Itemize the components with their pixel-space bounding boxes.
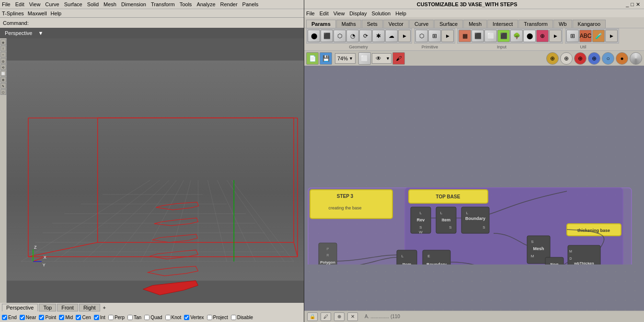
tool-input5[interactable]: 🌳 (510, 30, 523, 42)
tool-paint[interactable]: 🖌 (392, 52, 405, 65)
status-btn5[interactable]: ○ (602, 52, 614, 65)
gh-canvas[interactable]: STEP 3 creating the base TOP BASE BOTTOM… (304, 66, 644, 310)
tool-prim2[interactable]: ⊞ (428, 30, 441, 42)
tab-wb[interactable]: Wb (553, 20, 572, 28)
gh-menu-view[interactable]: View (334, 11, 345, 16)
tool-cloud[interactable]: ☁ (385, 30, 398, 42)
snap-tan[interactable] (127, 315, 133, 320)
tool-util-expand[interactable]: ▶ (605, 30, 618, 42)
tool-new[interactable]: 📄 (306, 52, 319, 65)
tool-btn-3[interactable]: ↔ (0, 52, 6, 58)
menu-analyze[interactable]: Analyze (196, 1, 215, 7)
canvas-btn3[interactable]: ⊕ (334, 312, 345, 321)
tool-input7[interactable]: ⊕ (536, 30, 549, 42)
viewport-3d[interactable]: X Z Y (7, 38, 304, 303)
snap-end[interactable] (2, 315, 7, 320)
tab-surface[interactable]: Surface (434, 20, 463, 28)
tool-btn-2[interactable]: ↕ (0, 46, 6, 51)
menu-dimension[interactable]: Dimension (121, 1, 146, 7)
menu-help[interactable]: Help (51, 11, 62, 16)
snap-int[interactable] (94, 315, 99, 320)
compass-btn[interactable] (630, 52, 642, 65)
close-btn[interactable]: ✕ (636, 1, 640, 8)
gh-menu-display[interactable]: Display (349, 11, 367, 16)
tool-btn-8[interactable]: ✎ (0, 83, 6, 89)
snap-knot[interactable] (165, 315, 171, 320)
snap-vertex[interactable] (184, 315, 189, 320)
gh-menu-edit[interactable]: Edit (320, 11, 329, 16)
tool-btn-9[interactable]: ⬡ (0, 89, 6, 95)
tool-eye[interactable]: 👁 (372, 52, 385, 65)
tool-input4[interactable]: ⬛ (497, 30, 510, 42)
tool-rect[interactable]: ⬛ (321, 30, 333, 42)
tool-poly[interactable]: ⬡ (334, 30, 346, 42)
menu-edit[interactable]: Edit (15, 1, 24, 7)
gh-menu-solution[interactable]: Solution (371, 11, 391, 16)
minimize-btn[interactable]: _ (626, 1, 629, 8)
tool-btn-4[interactable]: ◎ (0, 58, 6, 64)
tool-save[interactable]: 💾 (320, 52, 332, 65)
tab-front[interactable]: Front (57, 304, 78, 311)
tool-input1[interactable]: ▦ (459, 30, 471, 42)
snap-cen[interactable] (76, 315, 81, 320)
viewport-name[interactable]: Perspective (3, 30, 34, 36)
tab-params[interactable]: Params (306, 20, 336, 28)
canvas-btn-close[interactable]: ✕ (347, 312, 358, 321)
tab-vector[interactable]: Vector (383, 20, 409, 28)
gh-menu-help[interactable]: Help (395, 11, 406, 16)
snap-mid[interactable] (59, 315, 64, 320)
tool-input3[interactable]: ⬜ (484, 30, 497, 42)
eye-dropdown[interactable]: ▼ (385, 56, 391, 61)
viewport-dropdown-arrow[interactable]: ▼ (36, 30, 45, 36)
tab-mesh[interactable]: Mesh (463, 20, 487, 28)
maximize-btn[interactable]: □ (631, 1, 634, 8)
tool-btn-6[interactable]: ⬜ (0, 70, 6, 76)
tab-transform[interactable]: Transform (518, 20, 553, 28)
tool-frame[interactable]: ⬜ (358, 52, 371, 65)
menu-render[interactable]: Render (220, 1, 238, 7)
snap-near[interactable] (20, 315, 25, 320)
menu-view[interactable]: View (29, 1, 41, 7)
menu-maxwell[interactable]: Maxwell (28, 11, 47, 16)
gh-menu-file[interactable]: File (306, 11, 315, 16)
status-btn6[interactable]: ● (616, 52, 628, 65)
tool-expand[interactable]: ▶ (398, 30, 411, 42)
status-btn2[interactable]: ⊕ (560, 52, 573, 65)
tool-util2[interactable]: ABC (579, 30, 592, 42)
tab-perspective[interactable]: Perspective (2, 304, 38, 311)
tool-util1[interactable]: ⊞ (566, 30, 579, 42)
tool-star[interactable]: ✱ (372, 30, 385, 42)
tab-top[interactable]: Top (39, 304, 56, 311)
snap-disable[interactable] (231, 315, 236, 320)
snap-perp[interactable] (108, 315, 114, 320)
tool-input2[interactable]: ⬛ (472, 30, 484, 42)
tab-curve[interactable]: Curve (409, 20, 434, 28)
tool-arc[interactable]: ◔ (346, 30, 359, 42)
tool-util3[interactable]: 🧪 (592, 30, 605, 42)
tool-btn-7[interactable]: ⚙ (0, 77, 6, 82)
menu-surface[interactable]: Surface (64, 1, 82, 7)
menu-tools[interactable]: Tools (180, 1, 192, 7)
tool-prim1[interactable]: ⬡ (415, 30, 428, 42)
status-btn4[interactable]: ⊕ (588, 52, 600, 65)
tab-maths[interactable]: Maths (336, 20, 361, 28)
menu-tsplines[interactable]: T-Splines (2, 11, 24, 16)
menu-panels[interactable]: Panels (242, 1, 259, 7)
tool-btn-5[interactable]: ⟲ (0, 64, 6, 70)
tab-intersect[interactable]: Intersect (487, 20, 518, 28)
tool-spiral[interactable]: ⟳ (359, 30, 372, 42)
menu-mesh[interactable]: Mesh (104, 1, 116, 7)
menu-file[interactable]: File (2, 1, 11, 7)
tool-input6[interactable]: ⬤ (523, 30, 536, 42)
canvas-btn2[interactable]: 🖊 (321, 312, 331, 321)
zoom-dropdown[interactable]: ▼ (349, 56, 353, 61)
tab-kangaroo[interactable]: Kangaroo (573, 20, 606, 28)
menu-curve[interactable]: Curve (45, 1, 59, 7)
tab-sets[interactable]: Sets (362, 20, 383, 28)
tool-input-expand[interactable]: ▶ (549, 30, 562, 42)
status-btn3[interactable]: ⊕ (574, 52, 586, 65)
snap-project[interactable] (207, 315, 212, 320)
menu-solid[interactable]: Solid (87, 1, 99, 7)
tab-add[interactable]: + (101, 304, 108, 311)
snap-quad[interactable] (144, 315, 150, 320)
